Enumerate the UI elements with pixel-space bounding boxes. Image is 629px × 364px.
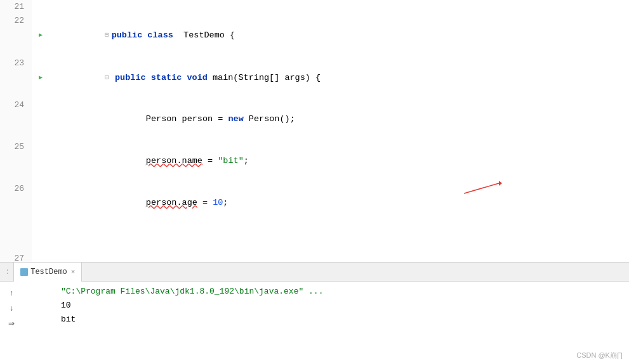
console-command: "C:\Program Files\Java\jdk1.8.0_192\bin\…: [61, 285, 629, 298]
console-nav-buttons: ↑ ↓ ⇒: [0, 282, 23, 364]
kw-static-23: static: [151, 72, 182, 82]
gutter-23[interactable]: ▶: [32, 56, 50, 99]
tab-testdemo[interactable]: TestDemo ×: [13, 263, 82, 282]
line-number-27: 27: [0, 252, 32, 263]
scroll-down-button[interactable]: ↓: [5, 302, 18, 315]
console-output-2: bit: [61, 313, 629, 326]
kw-public-22: public: [112, 30, 143, 40]
code-editor: 21 22 ▶ ⊟public class TestDemo { 23 ▶: [0, 0, 629, 263]
fold-marker-23: ⊟: [105, 70, 114, 84]
tab-bar: : TestDemo ×: [0, 263, 629, 282]
scroll-up-button[interactable]: ↑: [5, 287, 18, 299]
kw-void-23: void: [187, 72, 207, 82]
tab-label: TestDemo: [30, 268, 67, 276]
gutter-22[interactable]: ▶: [32, 14, 50, 56]
red-arrow-annotation: [464, 181, 502, 196]
code-content-22: ⊟public class TestDemo {: [50, 14, 629, 56]
code-line-24: 24 Person person = new Person();: [0, 98, 629, 140]
line-number-24: 24: [0, 98, 32, 140]
line-number-23: 23: [0, 56, 32, 99]
ide-container: 21 22 ▶ ⊟public class TestDemo { 23 ▶: [0, 0, 629, 364]
run-icon-23[interactable]: ▶: [39, 74, 43, 81]
tab-separator: :: [5, 268, 10, 276]
console-wrapper: ↑ ↓ ⇒ "C:\Program Files\Java\jdk1.8.0_19…: [0, 282, 629, 364]
line-number-25: 25: [0, 140, 32, 182]
line-number-21: 21: [0, 0, 32, 14]
code-lines: 21 22 ▶ ⊟public class TestDemo { 23 ▶: [0, 0, 629, 263]
underline-person-age: person.age: [146, 198, 197, 207]
gutter-27: [32, 252, 50, 263]
string-type-23: String: [238, 72, 269, 82]
code-line-26: 26 person.age = 10;: [0, 182, 629, 252]
code-content-26: person.age = 10;: [50, 182, 629, 252]
gutter-21: [32, 0, 50, 14]
classname-22: TestDemo {: [178, 30, 235, 40]
code-line-23: 23 ▶ ⊟public static void main(String[] a…: [0, 56, 629, 99]
code-content-25: person.name = "bit";: [50, 140, 629, 182]
svg-marker-1: [499, 181, 502, 186]
tab-close-button[interactable]: ×: [71, 268, 76, 276]
code-line-21: 21: [0, 0, 629, 14]
code-content-21: [50, 0, 629, 14]
kw-public-23: public: [115, 72, 146, 82]
code-line-25: 25 person.name = "bit";: [0, 140, 629, 182]
code-content-24: Person person = new Person();: [50, 98, 629, 140]
code-content-27: System.out.println(person.age);: [50, 252, 629, 263]
method-main-23: main(: [213, 72, 239, 82]
code-line-22: 22 ▶ ⊟public class TestDemo {: [0, 14, 629, 56]
underline-person-name: person.name: [146, 156, 202, 166]
line-number-26: 26: [0, 182, 32, 252]
watermark: CSDN @K崩∏: [576, 351, 623, 360]
gutter-26: [32, 182, 50, 252]
fold-marker-22: ⊟: [105, 31, 109, 39]
console-area: ↑ ↓ ⇒ "C:\Program Files\Java\jdk1.8.0_19…: [0, 282, 629, 364]
line-number-22: 22: [0, 14, 32, 56]
console-content: "C:\Program Files\Java\jdk1.8.0_192\bin\…: [23, 282, 629, 364]
gutter-24: [32, 98, 50, 140]
reset-button[interactable]: ⇒: [5, 317, 18, 330]
tab-icon: [20, 268, 28, 276]
kw-class-22: class: [147, 30, 173, 40]
gutter-25: [32, 140, 50, 182]
code-line-27: 27 System.out.println(person.age);: [0, 252, 629, 263]
run-icon-22[interactable]: ▶: [39, 31, 43, 39]
code-content-23: ⊟public static void main(String[] args) …: [50, 56, 629, 99]
console-output-1: 10: [61, 299, 629, 312]
svg-line-0: [464, 183, 499, 193]
